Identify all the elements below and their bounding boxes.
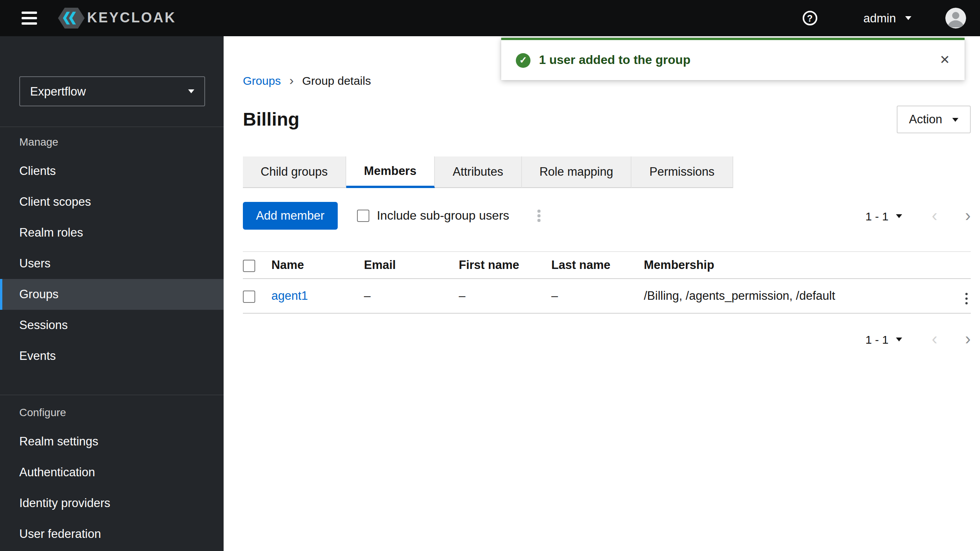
member-name-link[interactable]: agent1 bbox=[271, 289, 308, 302]
pagination-dropdown-toggle[interactable] bbox=[896, 337, 903, 341]
members-table: Name Email First name Last name Membersh… bbox=[243, 251, 971, 314]
member-first-name: – bbox=[459, 279, 551, 313]
breadcrumb-current: Group details bbox=[302, 75, 371, 86]
kebab-icon bbox=[965, 292, 968, 295]
user-name: admin bbox=[864, 11, 896, 25]
table-row: agent1 – – – /Billing, /agents_permissio… bbox=[243, 279, 971, 313]
sidebar-item-sessions[interactable]: Sessions bbox=[0, 310, 224, 341]
sidebar-item-identity-providers[interactable]: Identity providers bbox=[0, 488, 224, 519]
pagination-bottom-wrap: 1 - 1 ‹ › bbox=[243, 331, 971, 348]
caret-down-icon bbox=[896, 337, 903, 341]
select-all-checkbox[interactable] bbox=[243, 260, 255, 272]
caret-down-icon bbox=[896, 214, 903, 218]
pagination-next-button[interactable]: › bbox=[965, 207, 971, 224]
sidebar-item-users[interactable]: Users bbox=[0, 248, 224, 279]
tab-role-mapping[interactable]: Role mapping bbox=[522, 156, 631, 188]
sidebar-item-clients[interactable]: Clients bbox=[0, 156, 224, 186]
sidebar-item-user-federation[interactable]: User federation bbox=[0, 519, 224, 549]
member-last-name: – bbox=[551, 279, 644, 313]
realm-selector[interactable]: Expertflow bbox=[19, 76, 205, 106]
tabs: Child groups Members Attributes Role map… bbox=[243, 156, 971, 188]
members-toolbar: Add member Include sub-group users 1 - 1… bbox=[243, 202, 971, 230]
success-check-icon: ✓ bbox=[516, 53, 530, 67]
row-kebab-menu-button[interactable] bbox=[962, 289, 971, 307]
pagination-prev-button[interactable]: ‹ bbox=[932, 207, 938, 224]
toast-message: 1 user added to the group bbox=[539, 53, 690, 67]
page-header: Billing Action bbox=[243, 106, 971, 133]
nav-toggle-button[interactable] bbox=[22, 10, 37, 26]
pagination-range: 1 - 1 bbox=[865, 209, 889, 222]
nav-section-title-manage: Manage bbox=[0, 132, 224, 148]
table-header-row: Name Email First name Last name Membersh… bbox=[243, 252, 971, 279]
sidebar-item-client-scopes[interactable]: Client scopes bbox=[0, 186, 224, 217]
realm-name: Expertflow bbox=[30, 84, 86, 98]
kebab-icon bbox=[538, 210, 541, 213]
member-membership: /Billing, /agents_permission, /default bbox=[644, 279, 951, 313]
column-header-name: Name bbox=[271, 252, 364, 279]
sidebar-item-events[interactable]: Events bbox=[0, 341, 224, 371]
pagination-bottom: 1 - 1 ‹ › bbox=[865, 331, 971, 348]
row-select-cell bbox=[243, 279, 271, 313]
pagination-prev-button[interactable]: ‹ bbox=[932, 331, 938, 348]
user-avatar-icon bbox=[945, 8, 966, 29]
avatar[interactable] bbox=[945, 8, 966, 29]
nav-section-title-configure: Configure bbox=[0, 402, 224, 418]
caret-down-icon bbox=[188, 89, 194, 93]
pagination-range: 1 - 1 bbox=[865, 333, 889, 346]
column-header-email: Email bbox=[364, 252, 459, 279]
masthead-actions: ? admin bbox=[803, 8, 966, 29]
sidebar-item-authentication[interactable]: Authentication bbox=[0, 457, 224, 488]
caret-down-icon bbox=[905, 16, 911, 20]
column-header-membership: Membership bbox=[644, 252, 951, 279]
column-header-first-name: First name bbox=[459, 252, 551, 279]
sidebar-nav: Expertflow Manage Clients Client scopes … bbox=[0, 36, 224, 551]
row-actions-cell bbox=[951, 279, 971, 313]
sidebar-item-realm-settings[interactable]: Realm settings bbox=[0, 426, 224, 457]
keycloak-logo[interactable]: KEYCLOAK bbox=[58, 8, 176, 29]
user-menu[interactable]: admin bbox=[864, 11, 911, 25]
include-subgroups-checkbox[interactable] bbox=[357, 210, 369, 222]
pagination-top: 1 - 1 ‹ › bbox=[865, 207, 971, 224]
hamburger-icon bbox=[22, 12, 37, 14]
tab-permissions[interactable]: Permissions bbox=[631, 156, 733, 188]
include-subgroups-label[interactable]: Include sub-group users bbox=[377, 209, 509, 223]
nav-section-configure: Configure Realm settings Authentication … bbox=[0, 395, 224, 549]
sidebar-item-realm-roles[interactable]: Realm roles bbox=[0, 217, 224, 248]
page-title: Billing bbox=[243, 109, 300, 130]
column-header-actions bbox=[951, 252, 971, 279]
tab-child-groups[interactable]: Child groups bbox=[243, 156, 346, 188]
action-label: Action bbox=[909, 113, 942, 126]
breadcrumb-separator-icon: › bbox=[289, 75, 293, 86]
member-name-cell: agent1 bbox=[271, 279, 364, 313]
column-header-last-name: Last name bbox=[551, 252, 644, 279]
select-all-cell bbox=[243, 252, 271, 279]
toast-success: ✓ 1 user added to the group ✕ bbox=[501, 38, 965, 80]
keycloak-logo-icon bbox=[58, 8, 85, 29]
help-icon[interactable]: ? bbox=[803, 11, 817, 25]
member-email: – bbox=[364, 279, 459, 313]
tab-members[interactable]: Members bbox=[346, 156, 435, 188]
add-member-button[interactable]: Add member bbox=[243, 202, 337, 230]
brand-text: KEYCLOAK bbox=[87, 10, 176, 26]
pagination-dropdown-toggle[interactable] bbox=[896, 214, 903, 218]
sidebar-item-groups[interactable]: Groups bbox=[0, 279, 224, 310]
row-checkbox[interactable] bbox=[243, 291, 255, 303]
caret-down-icon bbox=[952, 118, 958, 121]
tab-attributes[interactable]: Attributes bbox=[435, 156, 522, 188]
pagination-next-button[interactable]: › bbox=[965, 331, 971, 348]
nav-section-manage: Manage Clients Client scopes Realm roles… bbox=[0, 126, 224, 371]
masthead: KEYCLOAK ? admin bbox=[0, 0, 980, 36]
keycloak-admin-console: KEYCLOAK ? admin ✓ 1 user added to the g… bbox=[0, 0, 980, 551]
main-content: Groups › Group details Billing Action Ch… bbox=[224, 36, 980, 551]
action-dropdown-button[interactable]: Action bbox=[897, 106, 971, 133]
breadcrumb-link-groups[interactable]: Groups bbox=[243, 75, 281, 86]
toast-close-button[interactable]: ✕ bbox=[940, 54, 950, 66]
toolbar-kebab-menu-button[interactable] bbox=[535, 207, 544, 225]
